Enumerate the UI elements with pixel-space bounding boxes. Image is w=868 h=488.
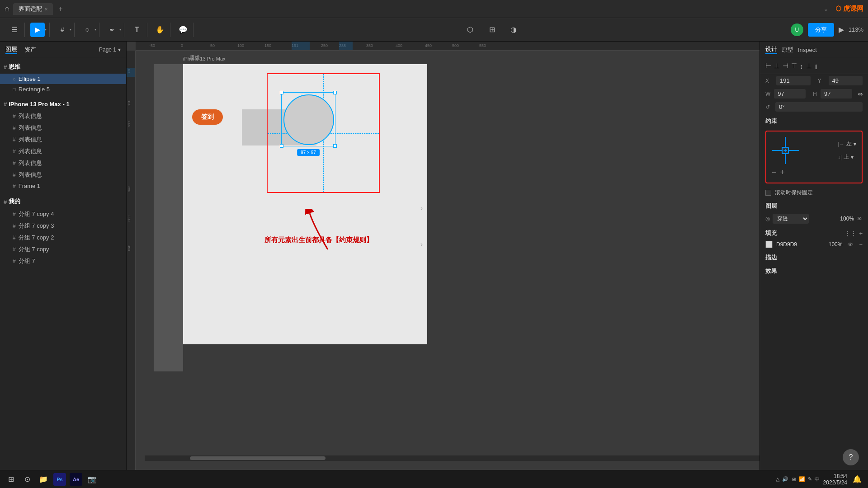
layer-blend-select[interactable]: 穿透 正常 正片叠底	[773, 214, 809, 224]
photoshop-button[interactable]: Ps	[53, 473, 66, 486]
tab-close-icon[interactable]: ×	[45, 6, 47, 12]
align-v-center-btn[interactable]: ↕	[800, 62, 803, 70]
constraint-v-dropdown[interactable]: ↓| 上 ▾	[838, 153, 856, 161]
scrollbar-horizontal[interactable]	[145, 455, 760, 461]
layer-item-list5[interactable]: # 列表信息	[0, 157, 126, 169]
help-button[interactable]: ?	[843, 449, 859, 465]
hand-group: ✋	[150, 23, 170, 37]
fill-add-icon[interactable]: +	[859, 230, 863, 237]
search-taskbar-button[interactable]: ⊙	[21, 473, 33, 486]
page-selector[interactable]: Page 1 ▾	[99, 47, 121, 53]
start-button[interactable]: ⊞	[5, 473, 17, 486]
fill-eye-icon[interactable]: 👁	[848, 241, 854, 248]
home-icon[interactable]: ⌂	[5, 4, 9, 14]
select-tool-button[interactable]: ▶	[30, 23, 45, 37]
layer-item-list1[interactable]: # 列表信息	[0, 110, 126, 122]
menu-button[interactable]: ☰	[7, 23, 22, 37]
layer-item-group2[interactable]: # 分组 7 copy 2	[0, 232, 126, 244]
layer-group-iphone[interactable]: # iPhone 13 Pro Max - 1	[0, 98, 126, 110]
w-input[interactable]	[774, 89, 806, 99]
handle-bl	[280, 144, 283, 148]
constraint-minus-btn[interactable]: −	[772, 168, 777, 177]
tray-pen-icon[interactable]: ✎	[808, 476, 812, 482]
layer-item-group1[interactable]: # 分组 7 copy	[0, 244, 126, 255]
tray-expand-icon[interactable]: △	[776, 476, 779, 482]
nav-arrow-right-1[interactable]: ›	[420, 204, 423, 212]
align-h-center-btn[interactable]: ⊥	[774, 62, 780, 70]
tray-input-method[interactable]: 中	[815, 476, 820, 483]
component-button[interactable]: ⬡	[463, 23, 477, 37]
h-input[interactable]	[821, 89, 852, 99]
active-tab[interactable]: 界面适配 ×	[13, 3, 53, 15]
zoom-level[interactable]: 113%	[849, 26, 863, 33]
right-panel-tabs: 设计 原型 Inspect	[760, 42, 868, 58]
layer-item-group4[interactable]: # 分组 7 copy 4	[0, 208, 126, 220]
fill-remove-icon[interactable]: −	[859, 241, 863, 248]
distribute-btn[interactable]: ⫿	[815, 62, 818, 70]
pen-tool-arrow: ▾	[119, 28, 121, 32]
design-tab[interactable]: 设计	[765, 45, 777, 54]
scroll-fixed-checkbox[interactable]	[765, 190, 771, 196]
add-tab-icon[interactable]: +	[58, 5, 62, 13]
layer-group-mine[interactable]: # 我的	[0, 195, 126, 208]
prototype-tab[interactable]: 原型	[782, 46, 793, 54]
align-left-btn[interactable]: ⊢	[765, 62, 771, 70]
avatar[interactable]: U	[791, 23, 803, 36]
layer-item-list3[interactable]: # 列表信息	[0, 134, 126, 145]
frame-tool-button[interactable]: #	[55, 23, 70, 37]
nav-arrow-right-2[interactable]: ›	[420, 240, 423, 249]
layer-item-frame1[interactable]: # Frame 1	[0, 181, 126, 191]
canvas-area[interactable]: -50 0 50 100 150 191 250 288 350 400 450…	[127, 42, 760, 470]
layer-item-list2[interactable]: # 列表信息	[0, 122, 126, 134]
camera-button[interactable]: 📷	[86, 473, 99, 486]
comment-tool-button[interactable]: 💬	[176, 23, 190, 37]
layer-item-list4[interactable]: # 列表信息	[0, 145, 126, 157]
dropdown-icon[interactable]: ⌄	[824, 6, 828, 12]
pen-group: ✒ ▾	[102, 23, 124, 37]
layer-item-list6[interactable]: # 列表信息	[0, 169, 126, 181]
layer-item-rect5[interactable]: □ Rectangle 5	[0, 84, 126, 94]
notification-button[interactable]: 🔔	[851, 473, 863, 486]
lock-ratio-icon[interactable]: ⇔	[858, 90, 863, 98]
layer-item-group0[interactable]: # 分组 7	[0, 255, 126, 267]
fill-color-swatch[interactable]	[765, 241, 773, 248]
align-right-btn[interactable]: ⊣	[783, 62, 788, 70]
fill-grid-icon[interactable]: ⋮⋮	[844, 230, 856, 237]
shape-group: ○ ▾	[77, 23, 99, 37]
assets-button[interactable]: ⊞	[485, 23, 499, 37]
tray-wifi-icon[interactable]: 📶	[799, 476, 805, 482]
angle-icon: ↺	[765, 104, 770, 110]
layer-mode-row: ◎ 穿透 正常 正片叠底 100% 👁	[760, 212, 868, 225]
explorer-button[interactable]: 📁	[37, 473, 50, 486]
layer-group-siwei[interactable]: # 思维	[0, 60, 126, 74]
align-bottom-btn[interactable]: ⊥	[806, 62, 812, 70]
layer-item-group3[interactable]: # 分组 7 copy 3	[0, 220, 126, 232]
contrast-button[interactable]: ◑	[506, 23, 521, 37]
constraint-plus-btn[interactable]: +	[780, 168, 785, 177]
inspect-tab[interactable]: Inspect	[798, 47, 817, 53]
play-button[interactable]: ▶	[839, 25, 844, 34]
constraint-h-dropdown[interactable]: |→ 左 ▾	[838, 140, 856, 148]
share-button[interactable]: 分享	[808, 23, 834, 37]
y-input[interactable]	[829, 76, 863, 85]
ae-button[interactable]: Ae	[70, 473, 82, 486]
assets-tab[interactable]: 资产	[24, 46, 36, 54]
layers-tab[interactable]: 图层	[5, 45, 17, 54]
wh-row: W H ⇔	[760, 87, 868, 100]
visibility-icon[interactable]: 👁	[857, 216, 863, 222]
ruler-highlight-288	[339, 42, 353, 50]
angle-input[interactable]	[775, 102, 863, 112]
text-tool-button[interactable]: T	[130, 23, 144, 37]
scrollbar-thumb[interactable]	[190, 456, 326, 460]
layer-item-ellipse1[interactable]: ○ Ellipse 1	[0, 74, 126, 84]
constraint-center-dot[interactable]: +	[782, 147, 789, 154]
x-input[interactable]	[776, 76, 811, 85]
align-top-btn[interactable]: ⊤	[791, 62, 797, 70]
angle-row: ↺	[760, 100, 868, 113]
pen-tool-button[interactable]: ✒	[105, 23, 119, 37]
tray-network-icon[interactable]: 🖥	[791, 477, 796, 482]
hand-tool-button[interactable]: ✋	[153, 23, 167, 37]
shape-tool-button[interactable]: ○	[80, 23, 94, 37]
frame-group: # ▾	[52, 23, 75, 37]
tray-speaker-icon[interactable]: 🔊	[782, 476, 788, 482]
